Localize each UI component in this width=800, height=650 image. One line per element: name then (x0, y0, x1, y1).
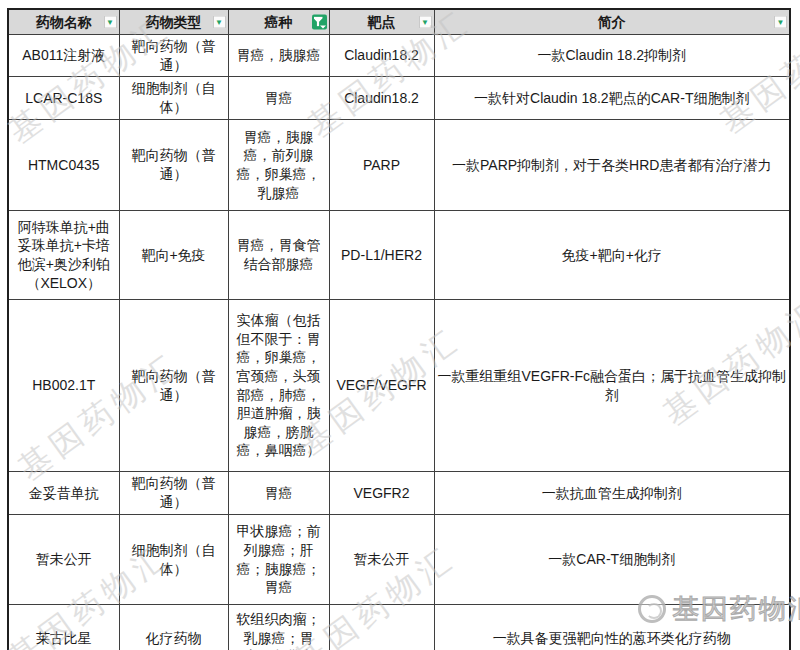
cell-cancer-type[interactable]: 甲状腺癌；前列腺癌；肝癌；胰腺癌；胃癌 (228, 515, 329, 605)
chevron-down-icon: ▼ (421, 18, 429, 26)
chevron-down-icon: ▼ (106, 18, 114, 26)
cell-target[interactable]: PD-L1/HER2 (329, 211, 434, 300)
cell-drug-name[interactable]: HTMC0435 (8, 120, 119, 211)
col-header-cancer-type-label: 癌种 (265, 14, 293, 30)
table-row: AB011注射液 靶向药物（普通） 胃癌，胰腺癌 Claudin18.2 一款C… (8, 35, 790, 77)
cell-cancer-type[interactable]: 胃癌，胰腺癌 (228, 35, 329, 77)
table-row: HB002.1T 靶向药物（普通） 实体瘤（包括但不限于：胃癌，卵巢癌，宫颈癌，… (8, 300, 790, 472)
cell-drug-type[interactable]: 靶向+免疫 (119, 211, 228, 300)
cell-target[interactable] (329, 605, 434, 650)
cell-drug-type[interactable]: 化疗药物 (119, 605, 228, 650)
filter-dropdown-button-drug-type[interactable]: ▼ (213, 16, 226, 29)
cell-cancer-type[interactable]: 胃癌，胰腺癌，前列腺癌，卵巢癌，乳腺癌 (228, 120, 329, 211)
cell-drug-name[interactable]: 金妥昔单抗 (8, 472, 119, 515)
cell-drug-type[interactable]: 靶向药物（普通） (119, 472, 228, 515)
filter-arrow-mark-icon (320, 26, 326, 29)
col-header-summary-label: 简介 (598, 14, 626, 30)
table-row: LCAR-C18S 细胞制剂（自体） 胃癌 Claudin18.2 一款针对Cl… (8, 77, 790, 120)
chevron-down-icon: ▼ (215, 18, 223, 26)
cell-summary[interactable]: 一款PARP抑制剂，对于各类HRD患者都有治疗潜力 (434, 120, 790, 211)
cell-target[interactable]: Claudin18.2 (329, 35, 434, 77)
cell-target[interactable]: 暂未公开 (329, 515, 434, 605)
cell-cancer-type[interactable]: 实体瘤（包括但不限于：胃癌，卵巢癌，宫颈癌，头颈部癌，肺癌，胆道肿瘤，胰腺癌，膀… (228, 300, 329, 472)
table-row: 暂未公开 细胞制剂（自体） 甲状腺癌；前列腺癌；肝癌；胰腺癌；胃癌 暂未公开 一… (8, 515, 790, 605)
cell-drug-type[interactable]: 细胞制剂（自体） (119, 77, 228, 120)
cell-cancer-type[interactable]: 胃癌 (228, 472, 329, 515)
cell-summary[interactable]: 一款CAR-T细胞制剂 (434, 515, 790, 605)
cell-summary[interactable]: 一款重组重组VEGFR-Fc融合蛋白；属于抗血管生成抑制剂 (434, 300, 790, 472)
cell-drug-type[interactable]: 靶向药物（普通） (119, 300, 228, 472)
spreadsheet-view: 药物名称 ▼ 药物类型 ▼ 癌种 靶点 ▼ 简介 ▼ AB011注射液 靶向药物… (0, 0, 800, 650)
cell-drug-name[interactable]: 莱古比星 (8, 605, 119, 650)
cell-drug-name[interactable]: HB002.1T (8, 300, 119, 472)
col-header-summary: 简介 ▼ (434, 9, 790, 35)
col-header-drug-name-label: 药物名称 (36, 14, 92, 30)
cell-drug-type[interactable]: 靶向药物（普通） (119, 35, 228, 77)
cell-target[interactable]: Claudin18.2 (329, 77, 434, 120)
cell-drug-name[interactable]: LCAR-C18S (8, 77, 119, 120)
table-row: 莱古比星 化疗药物 软组织肉瘤；乳腺癌；胃癌；卵巢癌 一款具备更强靶向性的蒽环类… (8, 605, 790, 650)
cell-drug-type[interactable]: 细胞制剂（自体） (119, 515, 228, 605)
col-header-drug-name: 药物名称 ▼ (8, 9, 119, 35)
col-header-drug-type: 药物类型 ▼ (119, 9, 228, 35)
cell-cancer-type[interactable]: 胃癌，胃食管结合部腺癌 (228, 211, 329, 300)
cell-target[interactable]: PARP (329, 120, 434, 211)
cell-cancer-type[interactable]: 软组织肉瘤；乳腺癌；胃癌；卵巢癌 (228, 605, 329, 650)
col-header-cancer-type: 癌种 (228, 9, 329, 35)
table-row: 金妥昔单抗 靶向药物（普通） 胃癌 VEGFR2 一款抗血管生成抑制剂 (8, 472, 790, 515)
cell-summary[interactable]: 一款针对Claudin 18.2靶点的CAR-T细胞制剂 (434, 77, 790, 120)
cell-summary[interactable]: 一款抗血管生成抑制剂 (434, 472, 790, 515)
cell-drug-name[interactable]: 阿特珠单抗+曲妥珠单抗+卡培他滨+奥沙利铂（XELOX） (8, 211, 119, 300)
chevron-down-icon: ▼ (777, 18, 785, 26)
cell-drug-name[interactable]: 暂未公开 (8, 515, 119, 605)
cell-summary[interactable]: 一款具备更强靶向性的蒽环类化疗药物 (434, 605, 790, 650)
col-header-target: 靶点 ▼ (329, 9, 434, 35)
col-header-target-label: 靶点 (368, 14, 396, 30)
cell-summary[interactable]: 免疫+靶向+化疗 (434, 211, 790, 300)
table-row: HTMC0435 靶向药物（普通） 胃癌，胰腺癌，前列腺癌，卵巢癌，乳腺癌 PA… (8, 120, 790, 211)
cell-summary[interactable]: 一款Claudin 18.2抑制剂 (434, 35, 790, 77)
cell-target[interactable]: VEGFR2 (329, 472, 434, 515)
filter-dropdown-button-target[interactable]: ▼ (419, 16, 432, 29)
cell-cancer-type[interactable]: 胃癌 (228, 77, 329, 120)
cell-target[interactable]: VEGF/VEGFR (329, 300, 434, 472)
active-filter-button-cancer-type[interactable] (312, 15, 327, 30)
filter-dropdown-button-drug-name[interactable]: ▼ (104, 16, 117, 29)
table-row: 阿特珠单抗+曲妥珠单抗+卡培他滨+奥沙利铂（XELOX） 靶向+免疫 胃癌，胃食… (8, 211, 790, 300)
header-row: 药物名称 ▼ 药物类型 ▼ 癌种 靶点 ▼ 简介 ▼ (8, 9, 790, 35)
cell-drug-name[interactable]: AB011注射液 (8, 35, 119, 77)
drug-table: 药物名称 ▼ 药物类型 ▼ 癌种 靶点 ▼ 简介 ▼ AB011注射液 靶向药物… (7, 8, 791, 650)
col-header-drug-type-label: 药物类型 (146, 14, 202, 30)
cell-drug-type[interactable]: 靶向药物（普通） (119, 120, 228, 211)
filter-dropdown-button-summary[interactable]: ▼ (774, 16, 787, 29)
